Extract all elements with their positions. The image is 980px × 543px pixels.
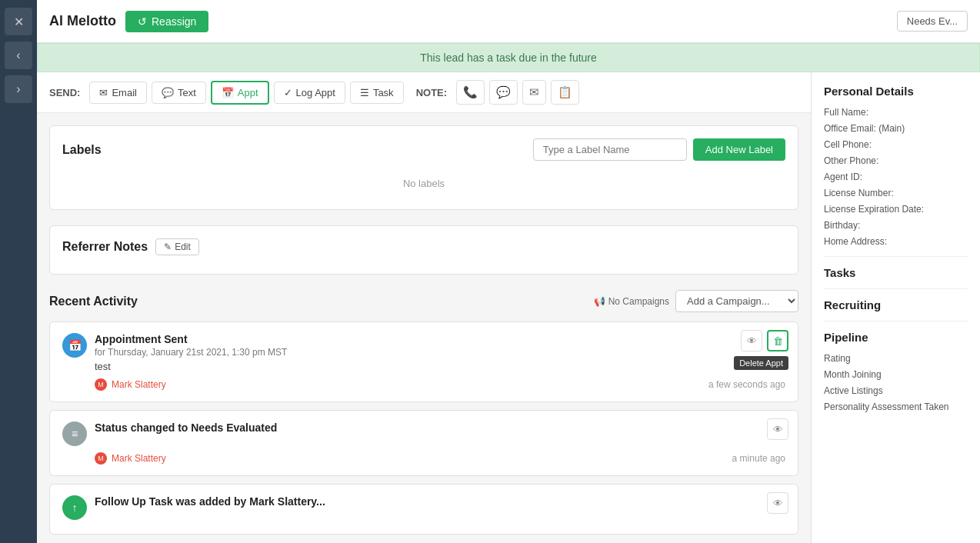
recent-activity-section: Recent Activity 📢 No Campaigns Add a Cam… xyxy=(49,290,798,542)
activity-2-user: M Mark Slattery xyxy=(95,452,166,465)
chat-note-button[interactable]: 💬 xyxy=(489,80,518,105)
referrer-notes-header: Referrer Notes ✎ Edit xyxy=(62,238,785,255)
email-button[interactable]: ✉ Email xyxy=(89,82,147,104)
pipeline-month-joining: Month Joining xyxy=(824,369,968,380)
activity-1-subtitle: for Thursday, January 21st 2021, 1:30 pm… xyxy=(95,347,287,358)
activity-3-actions: 👁 xyxy=(767,492,788,514)
center-panel: SEND: ✉ Email 💬 Text 📅 Appt ✓ xyxy=(37,72,811,543)
view-activity-button[interactable]: 👁 xyxy=(741,330,762,351)
user-avatar-2: M xyxy=(95,452,107,465)
appt-icon: 📅 xyxy=(222,87,234,98)
text-icon: 💬 xyxy=(162,87,174,98)
activity-2-actions: 👁 xyxy=(767,418,788,440)
field-license-number: License Number: xyxy=(824,188,968,198)
field-agent-id: Agent ID: xyxy=(824,172,968,182)
activity-item-3-header: ↑ Follow Up Task was added by Mark Slatt… xyxy=(62,495,785,520)
clipboard-note-button[interactable]: 📋 xyxy=(551,80,579,105)
tasks-title: Tasks xyxy=(824,266,968,279)
field-other-phone: Other Phone: xyxy=(824,155,968,166)
lead-name: Al Melotto xyxy=(49,13,116,29)
scrollable-content: Labels Add New Label No labels Referrer … xyxy=(37,113,811,543)
edit-icon: ✎ xyxy=(164,242,172,252)
phone-note-button[interactable]: 📞 xyxy=(456,80,485,105)
labels-section: Labels Add New Label No labels xyxy=(49,125,798,210)
followup-icon: ↑ xyxy=(62,495,87,520)
edit-button[interactable]: ✎ Edit xyxy=(155,238,199,255)
pipeline-rating: Rating xyxy=(824,353,968,364)
forward-icon[interactable]: › xyxy=(5,75,32,103)
alert-banner: This lead has a task due in the future xyxy=(37,43,980,72)
referrer-notes-section: Referrer Notes ✎ Edit xyxy=(49,225,798,275)
activity-1-user: M Mark Slattery xyxy=(95,378,166,391)
send-label: SEND: xyxy=(49,87,80,98)
appointment-icon: 📅 xyxy=(62,333,87,358)
delete-appt-button[interactable]: 🗑 xyxy=(767,330,788,351)
email-note-button[interactable]: ✉ xyxy=(522,80,546,105)
activity-item-3: ↑ Follow Up Task was added by Mark Slatt… xyxy=(49,484,798,535)
status-change-icon: ≡ xyxy=(62,421,87,446)
activity-item: 📅 Appointment Sent for Thursday, January… xyxy=(49,321,798,402)
text-button[interactable]: 💬 Text xyxy=(152,82,206,104)
campaign-select[interactable]: Add a Campaign... xyxy=(675,290,798,312)
field-home-address: Home Address: xyxy=(824,236,968,247)
activity-1-title: Appointment Sent xyxy=(95,333,287,345)
view-activity-2-button[interactable]: 👁 xyxy=(767,418,788,440)
email-icon: ✉ xyxy=(99,87,108,98)
main-content: Al Melotto ↺ Reassign Needs Ev... This l… xyxy=(37,0,980,543)
right-panel: Personal Details Full Name: Office Email… xyxy=(811,72,980,543)
add-label-button[interactable]: Add New Label xyxy=(693,138,785,161)
field-birthday: Birthday: xyxy=(824,220,968,231)
log-appt-button[interactable]: ✓ Log Appt xyxy=(274,82,345,104)
labels-header: Labels Add New Label xyxy=(62,138,785,161)
divider-3 xyxy=(824,321,968,321)
referrer-notes-title: Referrer Notes xyxy=(62,240,148,254)
field-full-name: Full Name: xyxy=(824,107,968,118)
activity-item-2: ≡ Status changed to Needs Evaluated M Ma… xyxy=(49,410,798,476)
activity-1-actions: 👁 🗑 Delete Appt xyxy=(741,330,788,351)
log-appt-icon: ✓ xyxy=(284,87,292,98)
activity-1-footer: M Mark Slattery a few seconds ago xyxy=(95,378,785,391)
label-controls: Add New Label xyxy=(533,138,785,161)
view-activity-3-button[interactable]: 👁 xyxy=(767,492,788,514)
content-row: SEND: ✉ Email 💬 Text 📅 Appt ✓ xyxy=(37,72,980,543)
status-badge[interactable]: Needs Ev... xyxy=(897,11,968,32)
field-cell-phone: Cell Phone: xyxy=(824,139,968,150)
activity-item-1-header: 📅 Appointment Sent for Thursday, January… xyxy=(62,333,785,358)
labels-title: Labels xyxy=(62,143,102,157)
reassign-button[interactable]: ↺ Reassign xyxy=(125,11,208,32)
activity-item-2-header: ≡ Status changed to Needs Evaluated xyxy=(62,421,785,446)
divider-2 xyxy=(824,288,968,289)
divider-1 xyxy=(824,256,968,257)
pipeline-title: Pipeline xyxy=(824,331,968,344)
send-toolbar: SEND: ✉ Email 💬 Text 📅 Appt ✓ xyxy=(37,72,811,113)
task-button[interactable]: ☰ Task xyxy=(350,82,404,104)
activity-2-title: Status changed to Needs Evaluated xyxy=(95,421,277,434)
personal-details-title: Personal Details xyxy=(824,85,968,98)
user-avatar: M xyxy=(95,378,107,391)
no-labels-message: No labels xyxy=(62,170,785,197)
field-office-email: Office Email: (Main) xyxy=(824,123,968,134)
activity-2-time: a minute ago xyxy=(732,453,785,464)
task-icon: ☰ xyxy=(360,87,369,98)
top-header: Al Melotto ↺ Reassign Needs Ev... xyxy=(37,0,980,43)
activity-1-time: a few seconds ago xyxy=(708,379,785,390)
back-icon[interactable]: ‹ xyxy=(5,42,32,69)
pipeline-personality: Personality Assessment Taken xyxy=(824,401,968,412)
recruiting-title: Recruiting xyxy=(824,298,968,311)
reassign-icon: ↺ xyxy=(138,15,147,28)
activity-3-title: Follow Up Task was added by Mark Slatter… xyxy=(95,495,325,508)
pipeline-active-listings: Active Listings xyxy=(824,385,968,396)
field-license-expiration: License Expiration Date: xyxy=(824,204,968,215)
activity-title: Recent Activity xyxy=(49,295,138,308)
sidebar-left: ✕ ‹ › xyxy=(0,0,37,543)
close-icon[interactable]: ✕ xyxy=(5,8,32,35)
label-input[interactable] xyxy=(533,138,687,161)
note-label: NOTE: xyxy=(416,87,447,98)
campaign-controls: 📢 No Campaigns Add a Campaign... xyxy=(594,290,798,312)
activity-header: Recent Activity 📢 No Campaigns Add a Cam… xyxy=(49,290,798,312)
megaphone-icon: 📢 xyxy=(594,296,605,307)
activity-2-footer: M Mark Slattery a minute ago xyxy=(95,452,785,465)
activity-1-body: test xyxy=(95,361,785,372)
appt-button[interactable]: 📅 Appt xyxy=(211,81,269,105)
no-campaigns-badge: 📢 No Campaigns xyxy=(594,296,669,307)
